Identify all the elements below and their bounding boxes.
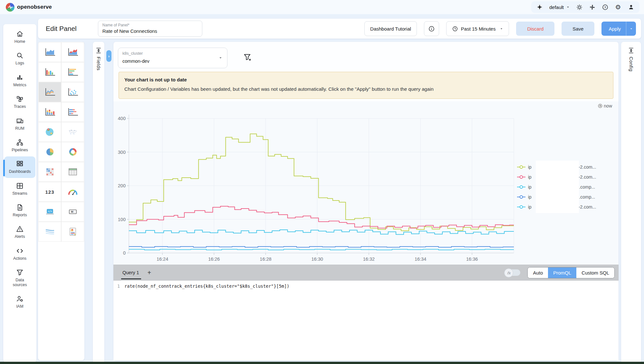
- page-title: Edit Panel: [46, 25, 77, 33]
- sidebar-item-streams[interactable]: Streams: [4, 178, 35, 200]
- svg-text:16:26: 16:26: [208, 257, 220, 262]
- openobserve-logo-icon: [6, 3, 14, 12]
- organization-select[interactable]: default: [549, 5, 570, 10]
- sidebar-item-home[interactable]: Home: [4, 26, 35, 48]
- area-chart-icon: [44, 47, 56, 57]
- svg-text:16:24: 16:24: [157, 257, 168, 262]
- slack-icon[interactable]: [589, 4, 596, 11]
- donut-chart-icon: [67, 147, 79, 157]
- sidebar-item-pipelines[interactable]: Pipelines: [4, 135, 35, 156]
- sidebar-item-label: Streams: [12, 191, 27, 196]
- dashboard-tutorial-button[interactable]: Dashboard Tutorial: [364, 21, 417, 36]
- sidebar-item-label: RUM: [15, 126, 24, 131]
- svg-text:16:32: 16:32: [363, 257, 375, 262]
- sidebar-item-actions[interactable]: Actions: [4, 243, 35, 265]
- sidebar-item-metrics[interactable]: Metrics: [4, 70, 35, 91]
- variable-value: common-dev: [122, 59, 149, 64]
- sidebar-item-data-sources[interactable]: Data sources: [4, 265, 35, 291]
- chart-type-metric-text[interactable]: 123: [38, 182, 61, 202]
- legend-label-prefix: ip: [528, 164, 533, 170]
- sidebar-item-traces[interactable]: Traces: [4, 91, 35, 113]
- legend-label-prefix: ip: [528, 184, 533, 190]
- save-button[interactable]: Save: [562, 22, 594, 36]
- warning-triangle-icon: [16, 225, 24, 233]
- chevron-down-icon: [500, 27, 503, 31]
- help-icon[interactable]: ?: [602, 4, 609, 11]
- chevron-right-icon: ›: [108, 54, 110, 59]
- sidebar-item-label: Traces: [14, 104, 26, 109]
- svg-text:16:34: 16:34: [415, 257, 426, 262]
- discard-button[interactable]: Discard: [516, 22, 554, 36]
- svg-text:100: 100: [118, 217, 126, 222]
- chart-type-html-editor[interactable]: </>: [38, 202, 61, 222]
- tab-query-1[interactable]: Query 1: [122, 265, 139, 281]
- panel-editor-main: k8s_cluster common-dev Your chart is not…: [113, 42, 619, 360]
- sidebar-item-alerts[interactable]: Alerts: [4, 221, 35, 243]
- info-button[interactable]: [424, 21, 439, 36]
- fx-vrl-toggle[interactable]: fx: [505, 269, 520, 276]
- chart-type-custom-chart[interactable]: [61, 222, 84, 242]
- chart-type-stacked-bar[interactable]: [38, 102, 61, 122]
- fields-panel-tab[interactable]: Fields: [93, 42, 104, 364]
- chart-type-bar[interactable]: [38, 62, 61, 82]
- query-editor[interactable]: 1 rate(node_nf_conntrack_entries{k8s_clu…: [113, 281, 619, 360]
- sidebar-item-dashboards[interactable]: Dashboards: [4, 156, 35, 178]
- line-chart-icon: [44, 87, 56, 97]
- code-brackets-icon: [16, 247, 24, 255]
- config-panel-tab[interactable]: Config: [621, 42, 641, 364]
- mode-promql-button[interactable]: PromQL: [548, 267, 576, 278]
- chart-type-heatmap[interactable]: [38, 162, 61, 182]
- bottom-strip: [0, 362, 644, 364]
- mode-auto-button[interactable]: Auto: [528, 267, 548, 278]
- legend-marker-icon: [517, 205, 525, 209]
- chart-type-horizontal-bar[interactable]: [61, 62, 84, 82]
- variable-dropdown[interactable]: k8s_cluster common-dev: [118, 48, 227, 68]
- chart-type-donut[interactable]: [61, 142, 84, 162]
- brand-text: openobserve: [17, 4, 52, 10]
- chart-type-scatter[interactable]: [61, 82, 84, 102]
- tree-icon: [16, 139, 24, 146]
- chart-type-markdown[interactable]: M↓: [61, 202, 84, 222]
- chart-type-table[interactable]: [61, 162, 84, 182]
- chart-type-line[interactable]: [38, 82, 61, 102]
- legend-redaction: [536, 161, 579, 213]
- stacked-area-chart-icon: [67, 47, 79, 57]
- panel-name-label: Name of Panel*: [102, 23, 130, 27]
- sidebar-item-iam[interactable]: IAM: [4, 291, 35, 313]
- sidebar-item-rum[interactable]: RUM: [4, 113, 35, 135]
- fx-toggle-knob: fx: [504, 268, 513, 277]
- theme-light-icon[interactable]: [576, 4, 583, 11]
- chart-type-pie[interactable]: [38, 142, 61, 162]
- chart-type-sankey[interactable]: [38, 222, 61, 242]
- chart-type-maps[interactable]: [61, 122, 84, 142]
- chart-type-geo-map[interactable]: [38, 122, 61, 142]
- legend-marker-icon: [517, 165, 525, 169]
- mode-custom-sql-button[interactable]: Custom SQL: [576, 267, 614, 278]
- geo-map-icon: [44, 127, 56, 137]
- apply-button[interactable]: Apply: [601, 22, 636, 36]
- legend-marker-icon: [517, 185, 525, 189]
- chart-type-horizontal-stacked-bar[interactable]: [61, 102, 84, 122]
- sankey-icon: [44, 227, 56, 237]
- sidebar-item-reports[interactable]: Reports: [4, 200, 35, 221]
- dashboard-icon: [16, 160, 24, 168]
- add-filter-button[interactable]: [242, 52, 253, 62]
- add-query-button[interactable]: +: [148, 269, 151, 276]
- svg-text:M↓: M↓: [71, 210, 74, 213]
- scatter-chart-icon: [67, 87, 79, 97]
- settings-gear-icon[interactable]: ⚙: [615, 4, 621, 11]
- apply-split-caret[interactable]: [626, 22, 636, 36]
- time-range-picker[interactable]: Past 15 Minutes: [446, 21, 509, 36]
- expand-panel-icon: [95, 47, 102, 54]
- sidebar-item-logs[interactable]: Logs: [4, 48, 35, 69]
- chart-type-area-stacked[interactable]: [61, 42, 84, 62]
- chart-type-area[interactable]: [38, 42, 61, 62]
- legend-marker-icon: [517, 175, 525, 179]
- sidebar-item-label: Logs: [15, 61, 24, 65]
- user-profile-icon[interactable]: [628, 4, 634, 11]
- svg-text:16:28: 16:28: [260, 257, 271, 262]
- panel-name-field[interactable]: Name of Panel* Rate of New Connections: [98, 21, 202, 37]
- chart-type-gauge[interactable]: [61, 182, 84, 202]
- sparkle-ai-icon[interactable]: [536, 4, 543, 11]
- fields-expand-toggle[interactable]: ›: [106, 50, 111, 62]
